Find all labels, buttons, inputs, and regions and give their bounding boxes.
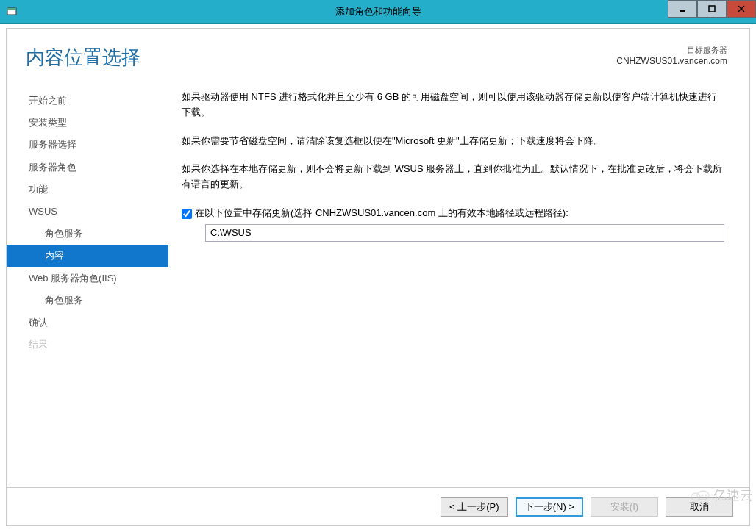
sidebar-item-10[interactable]: 确认 — [7, 312, 168, 334]
sidebar-item-9[interactable]: 角色服务 — [7, 290, 168, 312]
wizard-frame: 内容位置选择 目标服务器 CNHZWSUS01.vancen.com 开始之前安… — [6, 28, 750, 526]
sidebar-item-3[interactable]: 服务器角色 — [7, 157, 168, 179]
target-server-name: CNHZWSUS01.vancen.com — [616, 56, 727, 66]
info-paragraph-1: 如果驱动器使用 NTFS 进行格式化并且至少有 6 GB 的可用磁盘空间，则可以… — [182, 90, 724, 121]
page-header: 内容位置选择 目标服务器 CNHZWSUS01.vancen.com — [7, 29, 749, 78]
next-button[interactable]: 下一步(N) > — [516, 497, 583, 517]
sidebar-item-0[interactable]: 开始之前 — [7, 90, 168, 112]
page-title: 内容位置选择 — [26, 45, 140, 71]
cancel-button[interactable]: 取消 — [666, 497, 733, 517]
info-paragraph-3: 如果你选择在本地存储更新，则不会将更新下载到 WSUS 服务器上，直到你批准为止… — [182, 162, 724, 193]
sidebar-item-1[interactable]: 安装类型 — [7, 112, 168, 134]
window-title: 添加角色和功能向导 — [335, 5, 421, 18]
minimize-button[interactable] — [668, 0, 697, 18]
sidebar-item-11: 结果 — [7, 334, 168, 356]
svg-rect-3 — [709, 6, 715, 12]
storage-path-input[interactable] — [205, 224, 724, 242]
sidebar-item-8[interactable]: Web 服务器角色(IIS) — [7, 267, 168, 290]
previous-button[interactable]: < 上一步(P) — [441, 497, 508, 517]
store-updates-row: 在以下位置中存储更新(选择 CNHZWSUS01.vancen.com 上的有效… — [182, 206, 724, 221]
close-button[interactable] — [727, 0, 756, 18]
app-icon — [6, 6, 18, 18]
maximize-button[interactable] — [697, 0, 727, 18]
button-bar: < 上一步(P) 下一步(N) > 安装(I) 取消 — [7, 487, 749, 525]
sidebar-item-7[interactable]: 内容 — [7, 245, 168, 267]
sidebar-item-5[interactable]: WSUS — [7, 201, 168, 223]
sidebar-item-2[interactable]: 服务器选择 — [7, 134, 168, 156]
sidebar-item-4[interactable]: 功能 — [7, 179, 168, 201]
wizard-body: 开始之前安装类型服务器选择服务器角色功能WSUS角色服务内容Web 服务器角色(… — [7, 78, 749, 473]
store-updates-checkbox[interactable] — [182, 209, 192, 219]
info-paragraph-2: 如果你需要节省磁盘空间，请清除该复选框以便在"Microsoft 更新"上存储更… — [182, 134, 724, 149]
target-server-info: 目标服务器 CNHZWSUS01.vancen.com — [616, 45, 727, 66]
svg-rect-1 — [7, 8, 16, 10]
titlebar: 添加角色和功能向导 — [0, 0, 756, 24]
store-updates-label[interactable]: 在以下位置中存储更新(选择 CNHZWSUS01.vancen.com 上的有效… — [195, 206, 568, 221]
target-server-label: 目标服务器 — [616, 45, 727, 56]
install-button: 安装(I) — [591, 497, 658, 517]
wizard-sidebar: 开始之前安装类型服务器选择服务器角色功能WSUS角色服务内容Web 服务器角色(… — [7, 85, 168, 473]
window-controls — [668, 0, 756, 18]
wizard-main: 如果驱动器使用 NTFS 进行格式化并且至少有 6 GB 的可用磁盘空间，则可以… — [168, 85, 749, 473]
sidebar-item-6[interactable]: 角色服务 — [7, 223, 168, 245]
